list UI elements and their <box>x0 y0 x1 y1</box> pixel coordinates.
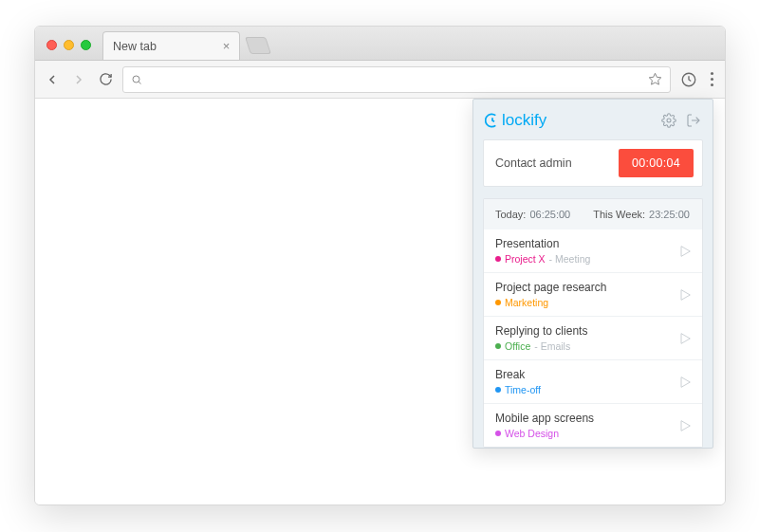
entry-project: Time-off <box>505 384 541 395</box>
time-entry[interactable]: Replying to clientsOffice - Emails <box>484 316 702 359</box>
svg-marker-2 <box>649 73 661 84</box>
address-bar[interactable] <box>122 66 671 93</box>
week-value: 23:25:00 <box>649 209 690 220</box>
play-icon <box>677 375 693 390</box>
entry-project: Marketing <box>505 297 548 308</box>
browser-toolbar <box>35 61 725 99</box>
project-color-dot <box>495 431 501 436</box>
play-icon <box>677 244 693 259</box>
time-entry[interactable]: Project page researchMarketing <box>484 272 702 316</box>
play-button[interactable] <box>677 244 693 259</box>
time-entry[interactable]: PresentationProject X - Meeting <box>484 229 702 272</box>
time-entry[interactable]: Mobile app screensWeb Design <box>484 403 702 447</box>
active-tracker-card: Contact admin 00:00:04 <box>483 139 703 187</box>
project-color-dot <box>495 300 501 305</box>
logout-icon[interactable] <box>686 113 701 128</box>
search-icon <box>131 74 142 85</box>
timer-value: 00:00:04 <box>632 156 680 170</box>
clockify-extension-icon[interactable] <box>678 69 699 90</box>
reload-button[interactable] <box>96 70 115 89</box>
today-label: Today: <box>495 209 526 220</box>
svg-point-4 <box>667 119 671 122</box>
entry-title: Break <box>495 368 541 381</box>
popup-header: lockify <box>483 109 703 139</box>
clockify-popup: lockify Contact admin 00:00:04 Today:06:… <box>472 99 713 449</box>
entry-project: Web Design <box>505 428 559 439</box>
entry-title: Project page research <box>495 281 606 294</box>
week-label: This Week: <box>593 209 645 220</box>
entry-title: Mobile app screens <box>495 412 594 425</box>
bookmark-star-icon[interactable] <box>648 72 662 86</box>
play-icon <box>677 287 693 303</box>
svg-marker-6 <box>681 246 690 256</box>
close-window-button[interactable] <box>46 40 57 50</box>
project-color-dot <box>495 343 501 349</box>
today-summary: Today:06:25:00 <box>495 209 570 220</box>
entries-list: PresentationProject X - MeetingProject p… <box>483 229 703 448</box>
entry-project: Office <box>505 340 530 352</box>
entry-task: - Meeting <box>549 253 591 265</box>
play-button[interactable] <box>677 287 693 303</box>
play-button[interactable] <box>677 375 693 390</box>
logo-text: lockify <box>502 111 546 130</box>
maximize-window-button[interactable] <box>81 40 91 50</box>
browser-content: lockify Contact admin 00:00:04 Today:06:… <box>35 99 725 504</box>
entry-task: - Emails <box>534 340 570 352</box>
play-button[interactable] <box>677 418 693 433</box>
today-value: 06:25:00 <box>529 209 570 220</box>
project-color-dot <box>495 256 501 262</box>
forward-button[interactable] <box>69 70 88 89</box>
tracker-description[interactable]: Contact admin <box>495 156 572 170</box>
window-controls <box>43 40 97 60</box>
close-tab-icon[interactable]: × <box>223 39 231 53</box>
clock-icon <box>485 113 500 128</box>
address-input[interactable] <box>148 72 642 86</box>
timer-stop-button[interactable]: 00:00:04 <box>619 149 694 177</box>
play-button[interactable] <box>677 331 693 346</box>
play-icon <box>677 331 693 346</box>
tab-title: New tab <box>113 40 157 53</box>
svg-marker-7 <box>681 289 690 300</box>
svg-marker-10 <box>681 420 690 431</box>
minimize-window-button[interactable] <box>64 40 74 50</box>
play-icon <box>677 418 693 433</box>
clockify-logo: lockify <box>485 111 546 130</box>
time-summary-bar: Today:06:25:00 This Week:23:25:00 <box>483 198 703 229</box>
back-button[interactable] <box>43 70 62 89</box>
svg-line-1 <box>139 82 140 83</box>
entry-project: Project X <box>505 253 546 265</box>
svg-point-0 <box>133 76 139 83</box>
entry-title: Replying to clients <box>495 324 587 338</box>
settings-gear-icon[interactable] <box>661 113 676 128</box>
project-color-dot <box>495 387 501 393</box>
browser-tab[interactable]: New tab × <box>102 31 240 60</box>
tab-strip: New tab × <box>35 27 725 61</box>
svg-marker-8 <box>681 333 690 343</box>
time-entry[interactable]: BreakTime-off <box>484 359 702 403</box>
new-tab-button[interactable] <box>246 37 272 54</box>
week-summary: This Week:23:25:00 <box>593 209 690 220</box>
browser-window: New tab × <box>34 26 726 505</box>
entry-title: Presentation <box>495 237 590 250</box>
browser-menu-button[interactable] <box>707 72 717 86</box>
svg-marker-9 <box>681 376 690 387</box>
